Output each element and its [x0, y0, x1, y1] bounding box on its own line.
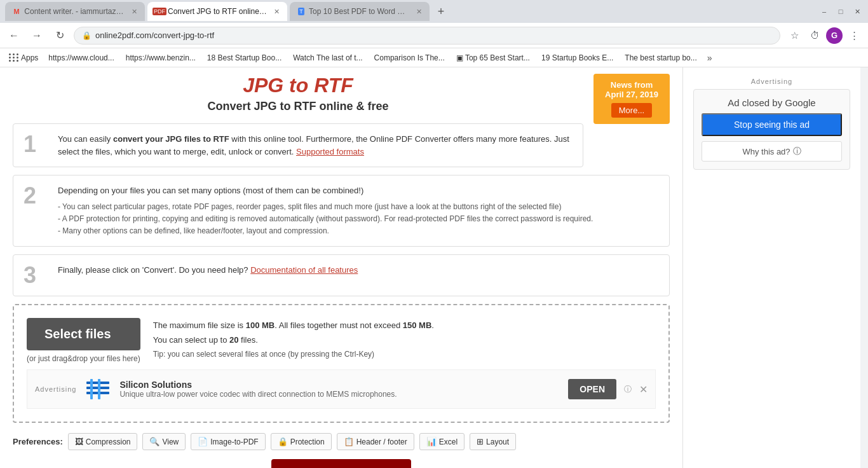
tab-top10[interactable]: T Top 10 Best PDF to Word Conve... ✕	[290, 2, 430, 21]
page-subtitle: Convert JPG to RTF online & free	[13, 100, 670, 113]
ad-sidebar: Advertising Ad closed by Google Stop see…	[688, 72, 855, 175]
forward-button[interactable]: →	[28, 27, 46, 45]
upload-info: The maximum file size is 100 MB. All fil…	[153, 318, 434, 361]
minimize-button[interactable]: –	[818, 6, 830, 17]
pref-layout-label: Layout	[486, 437, 509, 446]
top10-favicon: T	[297, 7, 305, 16]
bm-thebeststartup[interactable]: The best startup bo...	[620, 52, 702, 64]
page-title: JPG to RTF	[13, 74, 670, 97]
step-2-sub: - You can select particular pages, rotat…	[58, 201, 659, 238]
why-this-ad-text: Why this ad?	[742, 147, 790, 156]
step-1-box: 1 You can easily convert your JPG files …	[13, 123, 583, 167]
profile-button[interactable]: G	[826, 27, 843, 44]
step-3-box: 3 Finally, please click on 'Convert'. Do…	[13, 254, 670, 296]
ad-sidebar-label: Advertising	[693, 78, 850, 85]
vertical-scrollbar[interactable]	[860, 67, 868, 468]
pref-compression-button[interactable]: 🖼 Compression	[68, 433, 138, 450]
apps-label: Apps	[21, 53, 38, 62]
upload-inner: Select files (or just drag&drop your fil…	[27, 318, 656, 363]
lock-icon: 🔒	[82, 31, 92, 40]
step-2-box: 2 Depending on your files you can set ma…	[13, 175, 670, 247]
step-1-content: You can easily convert your JPG files to…	[58, 133, 573, 158]
ad-content: Silicon Solutions Unique ultra-low power…	[119, 380, 560, 399]
select-files-button[interactable]: Select files	[27, 318, 140, 350]
step-2-text: Depending on your files you can set many…	[58, 184, 659, 197]
main-content: News from April 27, 2019 More... JPG to …	[0, 67, 682, 468]
pref-excel-button[interactable]: 📊 Excel	[419, 433, 465, 450]
apps-bookmark[interactable]: Apps	[5, 52, 42, 64]
menu-button[interactable]: ⋮	[845, 27, 863, 45]
step-3-content: Finally, please click on 'Convert'. Do y…	[58, 264, 659, 277]
pref-protection-button[interactable]: 🔒 Protection	[271, 433, 332, 450]
tab-gmail-label: Content writer. - iammurtaza4@...	[24, 7, 125, 16]
tab-top10-close[interactable]: ✕	[416, 8, 422, 16]
pref-header-footer-button[interactable]: 📋 Header / footer	[337, 433, 414, 450]
pref-excel-label: Excel	[439, 437, 458, 446]
pref-image-to-pdf-label: Image-to-PDF	[210, 437, 258, 446]
tab-top10-label: Top 10 Best PDF to Word Conve...	[309, 7, 410, 16]
convert-button[interactable]: Convert	[271, 459, 411, 468]
max-files: 20	[229, 335, 238, 345]
ad-close-icon[interactable]: ✕	[639, 383, 648, 396]
new-tab-button[interactable]: +	[432, 3, 450, 20]
max-size: 100 MB	[246, 320, 275, 330]
bookmark-star-button[interactable]: ☆	[785, 27, 803, 45]
news-more-button[interactable]: More...	[611, 103, 652, 118]
history-button[interactable]: ⏱	[806, 27, 824, 45]
svg-rect-3	[90, 379, 93, 399]
stop-seeing-ad-button[interactable]: Stop seeing this ad	[702, 113, 842, 136]
protection-icon: 🔒	[278, 437, 288, 446]
docs-link[interactable]: Documentation of all features	[250, 265, 358, 275]
bm-18best[interactable]: 18 Best Startup Boo...	[202, 52, 287, 64]
close-button[interactable]: ✕	[851, 6, 863, 17]
nav-icons: ☆ ⏱ G ⋮	[785, 27, 863, 45]
upload-box: Select files (or just drag&drop your fil…	[13, 304, 670, 423]
address-text: online2pdf.com/convert-jpg-to-rtf	[95, 31, 214, 40]
chrome-window: M Content writer. - iammurtaza4@... ✕ PD…	[0, 0, 868, 468]
ad-logo	[84, 375, 112, 403]
ad-company-name: Silicon Solutions	[119, 380, 560, 390]
content-area: News from April 27, 2019 More... JPG to …	[0, 67, 868, 468]
pref-header-footer-label: Header / footer	[356, 437, 407, 446]
preferences-label: Preferences:	[13, 437, 63, 446]
bm-watchthelast[interactable]: Watch The last of t...	[288, 52, 367, 64]
news-box-title: News from	[604, 80, 660, 90]
step-2-content: Depending on your files you can set many…	[58, 184, 659, 237]
pref-layout-button[interactable]: ⊞ Layout	[470, 433, 516, 450]
ad-description: Unique ultra-low power voice codec with …	[119, 390, 560, 399]
step-2-number: 2	[24, 184, 49, 207]
reload-button[interactable]: ↻	[51, 27, 69, 45]
image-to-pdf-icon: 📄	[198, 437, 208, 446]
bm-cloud[interactable]: https://www.cloud...	[43, 52, 119, 64]
title-bar: M Content writer. - iammurtaza4@... ✕ PD…	[0, 0, 868, 23]
maximize-button[interactable]: □	[835, 6, 846, 17]
tab-gmail[interactable]: M Content writer. - iammurtaza4@... ✕	[5, 2, 145, 21]
view-icon: 🔍	[149, 437, 159, 446]
step-3-number: 3	[24, 264, 49, 287]
ad-open-button[interactable]: OPEN	[568, 379, 616, 399]
max-total: 150 MB	[403, 320, 432, 330]
pref-protection-label: Protection	[290, 437, 325, 446]
ad-closed-box: Ad closed by Google Stop seeing this ad …	[693, 89, 850, 170]
supported-formats-link[interactable]: Supported formats	[296, 147, 364, 156]
ad-closed-title: Ad closed by Google	[702, 97, 842, 108]
bookmarks-more-button[interactable]: »	[703, 52, 716, 64]
address-bar[interactable]: 🔒 online2pdf.com/convert-jpg-to-rtf	[74, 27, 780, 45]
news-box: News from April 27, 2019 More...	[593, 74, 670, 124]
header-footer-icon: 📋	[344, 437, 354, 446]
ad-info-icon[interactable]: ⓘ	[624, 384, 632, 395]
why-this-ad-button[interactable]: Why this ad? ⓘ	[702, 141, 842, 162]
gmail-favicon: M	[13, 7, 20, 16]
tab-gmail-close[interactable]: ✕	[132, 8, 137, 16]
tab-converter[interactable]: PDF Convert JPG to RTF online & free ✕	[147, 2, 287, 21]
bm-benzin[interactable]: https://www.benzin...	[121, 52, 201, 64]
pref-image-to-pdf-button[interactable]: 📄 Image-to-PDF	[191, 433, 265, 450]
news-box-date: April 27, 2019	[604, 90, 660, 99]
layout-icon: ⊞	[477, 437, 484, 446]
bm-19startup[interactable]: 19 Startup Books E...	[536, 52, 618, 64]
tab-converter-close[interactable]: ✕	[274, 8, 280, 16]
bm-top65[interactable]: ▣ Top 65 Best Start...	[451, 52, 535, 64]
bm-comparison[interactable]: Comparison Is The...	[369, 52, 450, 64]
back-button[interactable]: ←	[5, 27, 23, 45]
pref-view-button[interactable]: 🔍 View	[142, 433, 186, 450]
